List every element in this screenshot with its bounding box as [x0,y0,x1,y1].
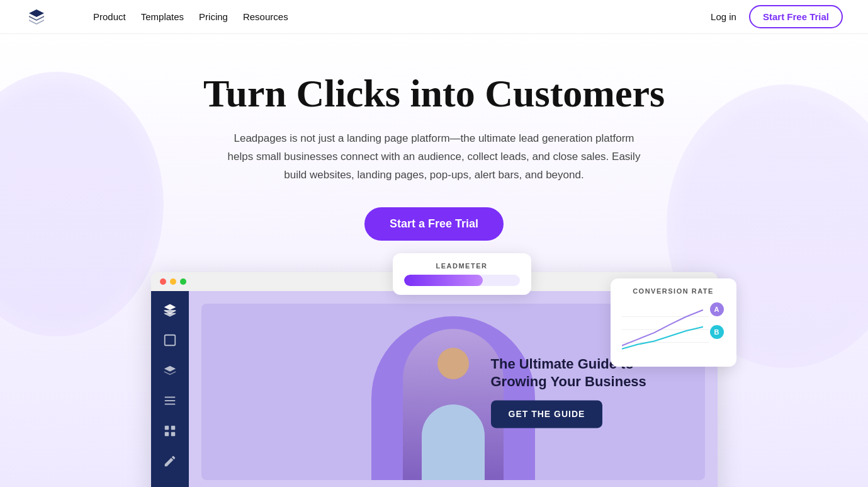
svg-rect-18 [171,432,174,436]
start-free-trial-hero-button[interactable]: Start a Free Trial [364,207,504,241]
builder-sidebar [151,291,189,487]
hero-title: Turn Clicks into Customers [25,72,843,115]
svg-rect-17 [164,432,168,436]
leadmeter-bar-fill [404,275,483,286]
hero-subtitle: Leadpages is not just a landing page pla… [220,130,648,185]
sidebar-icon-layers2[interactable] [161,362,179,379]
nav-link-product[interactable]: Product [93,11,126,22]
nav-links: Product Templates Pricing Resources [68,0,313,34]
person-image [403,329,504,480]
hero-section: Turn Clicks into Customers Leadpages is … [0,34,868,487]
nav-right: Log in Start Free Trial [711,5,843,28]
sidebar-icon-grid[interactable] [161,422,179,440]
browser-dot-red [160,278,166,285]
browser-dot-yellow [170,278,176,285]
sidebar-icon-square[interactable] [161,331,179,349]
nav-left: Product Templates Pricing Resources [25,0,313,34]
sidebar-icon-layers[interactable] [161,301,179,319]
navbar: Product Templates Pricing Resources Log … [0,0,868,34]
sidebar-icon-lines[interactable] [161,392,179,410]
hero-product-preview: LEADMETER CONVERSION RATE A [151,272,718,487]
svg-rect-16 [171,426,174,430]
browser-dot-green [180,278,186,285]
conversion-dot-b: B [710,325,724,339]
svg-rect-15 [164,426,168,430]
svg-rect-10 [164,335,175,346]
nav-link-templates[interactable]: Templates [141,11,184,22]
svg-marker-7 [164,304,175,310]
nav-link-resources[interactable]: Resources [243,11,288,22]
conversion-rate-card: CONVERSION RATE A B [611,278,736,367]
nav-link-pricing[interactable]: Pricing [199,11,228,22]
conversion-chart-svg [622,301,725,358]
person-head [437,348,469,379]
login-link[interactable]: Log in [711,11,736,22]
get-guide-button[interactable]: GET THE GUIDE [491,400,603,428]
conversion-chart: A B [622,301,725,358]
logo-icon[interactable] [25,6,48,28]
start-free-trial-nav-button[interactable]: Start Free Trial [749,5,843,28]
svg-marker-11 [164,366,175,372]
leadmeter-bar-background [404,275,520,286]
conversion-dot-a: A [710,302,724,316]
conversion-rate-label: CONVERSION RATE [622,287,725,295]
leadmeter-label: LEADMETER [404,262,520,270]
person-body [422,404,485,480]
leadmeter-card: LEADMETER [393,253,531,295]
sidebar-icon-pencil[interactable] [161,452,179,470]
